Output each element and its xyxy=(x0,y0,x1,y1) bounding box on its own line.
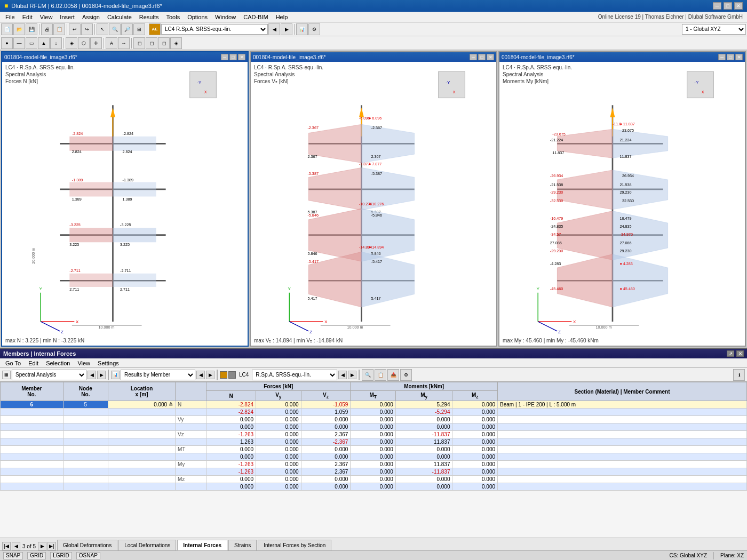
result-type-dropdown[interactable]: Results by Member xyxy=(121,370,195,380)
tab-nav-last[interactable]: ▶| xyxy=(47,542,56,550)
save-btn[interactable]: 💾 xyxy=(26,23,37,35)
panel-menu-edit[interactable]: Edit xyxy=(25,359,42,367)
top-view-btn[interactable]: ◻ xyxy=(158,37,170,49)
svg-text:-45.460: -45.460 xyxy=(550,286,563,291)
zoom-out-btn[interactable]: 🔎 xyxy=(121,23,133,35)
zoom-all-btn[interactable]: ⊞ xyxy=(133,23,145,35)
nodes-btn[interactable]: ● xyxy=(1,37,13,49)
view-3-min[interactable]: ─ xyxy=(718,54,726,60)
menu-assign[interactable]: Assign xyxy=(79,13,103,21)
redo-btn[interactable]: ↪ xyxy=(81,23,93,35)
menu-view[interactable]: View xyxy=(37,13,56,21)
info-btn[interactable]: ℹ xyxy=(733,369,745,381)
tab-nav-next[interactable]: ▶ xyxy=(38,542,46,550)
open-btn[interactable]: 📂 xyxy=(13,23,25,35)
results-btn[interactable]: 📊 xyxy=(296,23,308,35)
menu-file[interactable]: File xyxy=(2,13,18,21)
tab-local-deformations[interactable]: Local Deformations xyxy=(118,540,176,550)
panel-menu-goto[interactable]: Go To xyxy=(2,359,24,367)
settings-btn[interactable]: ⚙ xyxy=(308,23,320,35)
panel-menu-view[interactable]: View xyxy=(74,359,93,367)
lc-dropdown[interactable]: LC4 R.Sp.A. SRSS-equ.-lin. xyxy=(161,24,268,35)
tab-internal-forces[interactable]: Internal Forces xyxy=(177,540,227,550)
next-result-btn[interactable]: ▶ xyxy=(206,371,214,379)
view-2-min[interactable]: ─ xyxy=(470,54,477,60)
menu-results[interactable]: Results xyxy=(136,13,162,21)
undo-btn[interactable]: ↩ xyxy=(69,23,81,35)
tab-nav-first[interactable]: |◀ xyxy=(2,542,11,550)
prev-analysis-btn[interactable]: ◀ xyxy=(88,371,96,379)
iso-view-btn[interactable]: ◈ xyxy=(170,37,182,49)
menu-cad-bim[interactable]: CAD-BIM xyxy=(240,13,271,21)
view-1-min[interactable]: ─ xyxy=(221,54,228,60)
menu-window[interactable]: Window xyxy=(212,13,239,21)
panel-float-btn[interactable]: ↗ xyxy=(727,350,734,357)
cross-btn[interactable]: ✛ xyxy=(90,37,102,49)
analysis-type-dropdown[interactable]: Spectral Analysis xyxy=(12,370,86,380)
view-1-max[interactable]: □ xyxy=(229,54,237,60)
filter-btn[interactable]: 🔍 xyxy=(362,369,374,381)
prev-lc-btn[interactable]: ◀ xyxy=(268,23,280,35)
osnap-btn[interactable]: OSNAP xyxy=(76,552,100,559)
maximize-button[interactable]: □ xyxy=(724,2,732,10)
tab-internal-forces-section[interactable]: Internal Forces by Section xyxy=(258,540,331,550)
next-lc-btn[interactable]: ▶ xyxy=(281,23,292,35)
next-analysis-btn[interactable]: ▶ xyxy=(97,371,106,379)
prev-result-btn[interactable]: ◀ xyxy=(196,371,205,379)
lc-panel-dropdown[interactable]: R.Sp.A. SRSS-equ.-lin. xyxy=(252,370,337,380)
lc-panel-prev[interactable]: ◀ xyxy=(338,371,347,379)
render-btn[interactable]: ◈ xyxy=(66,37,77,49)
tab-global-deformations[interactable]: Global Deformations xyxy=(57,540,117,550)
svg-text:-24.835: -24.835 xyxy=(550,224,563,229)
menu-calculate[interactable]: Calculate xyxy=(104,13,135,21)
cs-dropdown[interactable]: 1 - Global XYZ xyxy=(682,24,746,35)
show-dims-btn[interactable]: ↔ xyxy=(118,37,130,49)
menu-help[interactable]: Help xyxy=(273,13,291,21)
zoom-in-btn[interactable]: 🔍 xyxy=(109,23,121,35)
loads-btn[interactable]: ↓ xyxy=(50,37,62,49)
export-btn[interactable]: 📤 xyxy=(387,369,399,381)
view-3-close[interactable]: ✕ xyxy=(735,54,743,60)
new-btn[interactable]: 📄 xyxy=(1,23,13,35)
menu-options[interactable]: Options xyxy=(184,13,211,21)
snap-btn[interactable]: SNAP xyxy=(3,552,23,559)
minimize-button[interactable]: ─ xyxy=(713,2,721,10)
cell-N: -2.824 xyxy=(206,401,256,409)
view-1-close[interactable]: ✕ xyxy=(238,54,245,60)
view-1-svg: X Y Z 10.000 m 20.000 m xyxy=(2,62,248,346)
menu-tools[interactable]: Tools xyxy=(163,13,183,21)
view-2-max[interactable]: □ xyxy=(478,54,486,60)
lgrid-btn[interactable]: LGRID xyxy=(50,552,72,559)
view-3-max[interactable]: □ xyxy=(727,54,734,60)
menu-edit[interactable]: Edit xyxy=(19,13,36,21)
view-2-svg: X Y Z 10.000 m xyxy=(251,62,496,346)
copy-btn[interactable]: 📋 xyxy=(375,369,386,381)
data-table: MemberNo. NodeNo. Locationx [m] Forces [… xyxy=(0,382,747,491)
view-2-close[interactable]: ✕ xyxy=(487,54,494,60)
settings2-btn[interactable]: ⚙ xyxy=(400,369,412,381)
wireframe-btn[interactable]: ⬡ xyxy=(78,37,90,49)
lc-panel-next[interactable]: ▶ xyxy=(348,371,356,379)
side-view-btn[interactable]: ◻ xyxy=(146,37,157,49)
panel-menu-selection[interactable]: Selection xyxy=(43,359,73,367)
show-labels-btn[interactable]: A xyxy=(106,37,117,49)
tab-strains[interactable]: Strains xyxy=(228,540,257,550)
svg-text:20.000 m: 20.000 m xyxy=(31,248,36,264)
select-btn[interactable]: ↖ xyxy=(97,23,108,35)
cell-location xyxy=(108,409,176,416)
grid-btn[interactable]: GRID xyxy=(27,552,46,559)
front-view-btn[interactable]: ◻ xyxy=(133,37,145,49)
menu-insert[interactable]: Insert xyxy=(57,13,78,21)
ae-btn[interactable]: AE xyxy=(149,23,161,35)
members-btn[interactable]: — xyxy=(13,37,25,49)
close-button[interactable]: ✕ xyxy=(734,2,743,10)
svg-text:-5.846: -5.846 xyxy=(371,213,382,218)
surfaces-btn[interactable]: ▭ xyxy=(26,37,37,49)
print-prev-btn[interactable]: 📋 xyxy=(53,23,65,35)
print-btn[interactable]: 🖨 xyxy=(41,23,53,35)
view-2-content: LC4 · R.Sp.A. SRSS-equ.-lin. Spectral An… xyxy=(251,62,496,346)
tab-nav-prev[interactable]: ◀ xyxy=(12,542,20,550)
panel-menu-settings[interactable]: Settings xyxy=(94,359,122,367)
panel-close-btn[interactable]: ✕ xyxy=(736,350,744,357)
supports-btn[interactable]: ▲ xyxy=(38,37,50,49)
